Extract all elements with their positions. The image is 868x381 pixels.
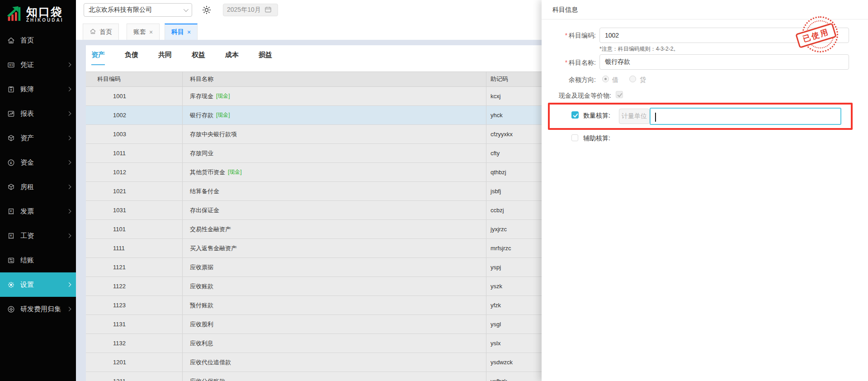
svg-text:¥: ¥	[9, 87, 12, 91]
sidebar-item-报表[interactable]: 报表	[0, 101, 76, 126]
category-tab-资产[interactable]: 资产	[91, 51, 105, 65]
auxiliary-accounting-label: 辅助核算:	[583, 134, 610, 143]
table-row[interactable]: 1111买入返售金融资产mrfsjrzc	[86, 239, 542, 258]
sidebar: 知口袋 ZHIKOUDAI 首页¥凭证¥账簿报表资产¥资金房租¥发票¥工资结账设…	[0, 0, 76, 381]
column-header-code: 科目编码	[86, 72, 183, 86]
table-row[interactable]: 1201应收代位追偿款ysdwzck	[86, 353, 542, 372]
company-name: 北京欢乐科技有限公司	[89, 6, 152, 14]
column-header-mnemonic: 助记码	[486, 72, 542, 86]
company-select[interactable]: 北京欢乐科技有限公司	[84, 3, 192, 17]
chevron-down-icon	[184, 7, 189, 12]
table-row[interactable]: 1011存放同业cfty	[86, 144, 542, 163]
cell-code: 1012	[86, 163, 183, 181]
cell-code: 1121	[86, 258, 183, 276]
table-row[interactable]: 1001库存现金[现金]kcxj	[86, 87, 542, 106]
cell-name: 应收账款	[183, 277, 486, 295]
required-asterisk: *	[565, 32, 567, 39]
table-row[interactable]: 1012其他货币资金[现金]qthbzj	[86, 163, 542, 182]
chevron-right-icon	[67, 62, 71, 67]
sidebar-item-label: 工资	[20, 232, 34, 240]
sidebar-item-设置[interactable]: 设置	[0, 272, 76, 297]
tab-首页[interactable]: 首页	[83, 24, 119, 40]
table-row[interactable]: 1122应收账款yszk	[86, 277, 542, 296]
period-value: 2025年10月	[227, 6, 261, 14]
sidebar-item-首页[interactable]: 首页	[0, 28, 76, 52]
table-row[interactable]: 1101交易性金融资产jyxjrzc	[86, 220, 542, 239]
direction-field-label: 余额方向:	[542, 76, 596, 84]
quantity-accounting-checkbox[interactable]	[571, 111, 579, 119]
table-row[interactable]: 1131应收股利ysgl	[86, 315, 542, 334]
account-name: 银行存款	[190, 111, 213, 119]
credit-radio[interactable]	[629, 76, 636, 82]
unit-input[interactable]	[650, 108, 841, 125]
table-row[interactable]: 1031存出保证金ccbzj	[86, 201, 542, 220]
sidebar-item-label: 资金	[20, 158, 34, 167]
account-name: 应收股利	[190, 320, 213, 329]
tab-账套[interactable]: 账套×	[127, 24, 160, 40]
accounts-card: 资产负债共同权益成本损益 科目编码 科目名称 助记码 1001库存现金[现金]k…	[86, 45, 542, 381]
sidebar-item-label: 发票	[20, 207, 34, 216]
cell-mnemonic: yszk	[486, 277, 542, 295]
quantity-accounting-label: 数量核算:	[583, 112, 610, 120]
sidebar-item-资产[interactable]: 资产	[0, 126, 76, 150]
sidebar-item-工资[interactable]: ¥工资	[0, 224, 76, 248]
table-body: 1001库存现金[现金]kcxj1002银行存款[现金]yhck1003存放中央…	[86, 87, 542, 381]
text-caret	[655, 113, 656, 122]
category-tab-权益[interactable]: 权益	[192, 51, 205, 65]
sidebar-item-label: 结账	[20, 256, 34, 265]
table-row[interactable]: 1211应收分保账款ysfbzk	[86, 372, 542, 381]
account-name: 应收利息	[190, 339, 213, 348]
home-icon	[7, 37, 15, 44]
table-row[interactable]: 1003存放中央银行款项cfzyyxkx	[86, 125, 542, 144]
cube-icon	[7, 183, 15, 191]
auxiliary-accounting-checkbox[interactable]	[571, 134, 578, 141]
cell-name: 其他货币资金[现金]	[183, 163, 486, 181]
table-row[interactable]: 1002银行存款[现金]yhck	[86, 106, 542, 125]
voucher-icon: ¥	[7, 61, 15, 69]
table-row[interactable]: 1121应收票据yspj	[86, 258, 542, 277]
close-icon[interactable]: ×	[149, 29, 153, 36]
account-name: 应收账款	[190, 282, 213, 291]
debit-radio[interactable]	[602, 76, 609, 82]
cell-code: 1101	[86, 220, 183, 238]
table-row[interactable]: 1132应收利息yslx	[86, 334, 542, 353]
sidebar-item-凭证[interactable]: ¥凭证	[0, 52, 76, 77]
category-tab-损益[interactable]: 损益	[259, 51, 272, 65]
cell-name: 应收股利	[183, 315, 486, 333]
cell-code: 1031	[86, 201, 183, 219]
close-icon[interactable]: ×	[187, 29, 191, 36]
sidebar-item-结账[interactable]: 结账	[0, 248, 76, 272]
chevron-right-icon	[67, 136, 71, 140]
cell-mnemonic: cfzyyxkx	[486, 125, 542, 143]
settings-gear-icon[interactable]	[201, 5, 212, 17]
cell-name: 买入返售金融资产	[183, 239, 486, 257]
period-picker[interactable]: 2025年10月	[223, 4, 278, 16]
cell-name: 应收分保账款	[183, 372, 486, 381]
category-tabs: 资产负债共同权益成本损益	[86, 45, 542, 65]
name-input[interactable]	[599, 54, 849, 70]
cash-tag: [现金]	[216, 92, 230, 100]
brand-name-romanized: ZHIKOUDAI	[26, 18, 64, 23]
account-name: 库存现金	[190, 92, 213, 100]
cell-code: 1011	[86, 144, 183, 162]
sidebar-item-发票[interactable]: ¥发票	[0, 199, 76, 224]
table-row[interactable]: 1021结算备付金jsbfj	[86, 182, 542, 201]
coin-icon: ¥	[7, 159, 15, 167]
cell-name: 存放中央银行款项	[183, 125, 486, 143]
sidebar-item-账簿[interactable]: ¥账簿	[0, 77, 76, 101]
cash-equivalent-checkbox	[616, 91, 623, 98]
category-tab-成本[interactable]: 成本	[225, 51, 239, 65]
tab-科目[interactable]: 科目×	[165, 24, 198, 40]
page-tab-bar: 首页账套×科目×	[76, 20, 542, 40]
topbar: 北京欢乐科技有限公司 2025年10月	[76, 0, 542, 20]
credit-radio-label: 贷	[640, 76, 646, 84]
cell-mnemonic: yhck	[486, 106, 542, 124]
panel-title: 科目信息	[552, 0, 578, 19]
category-tab-共同[interactable]: 共同	[158, 51, 172, 65]
sidebar-item-研发费用归集[interactable]: 研发费用归集	[0, 297, 76, 321]
table-row[interactable]: 1123预付账款yfzk	[86, 296, 542, 315]
sidebar-item-房租[interactable]: 房租	[0, 175, 76, 199]
sidebar-item-资金[interactable]: ¥资金	[0, 150, 76, 175]
category-tab-负债[interactable]: 负债	[125, 51, 138, 65]
chevron-right-icon	[67, 282, 71, 287]
